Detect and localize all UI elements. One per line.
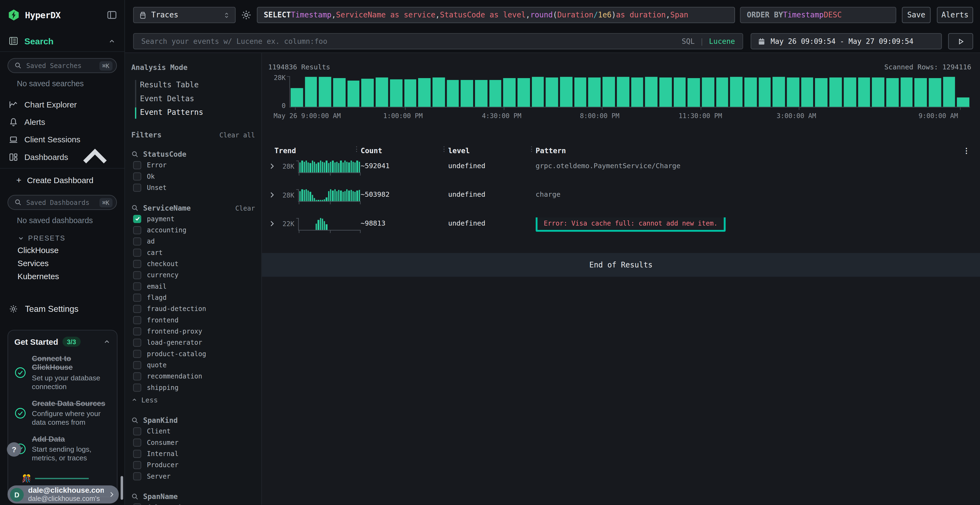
checkbox[interactable] xyxy=(133,449,141,458)
filter-option-shipping[interactable]: shipping xyxy=(131,382,255,393)
sidebar-scrollbar-thumb[interactable] xyxy=(121,476,123,500)
sidebar-collapse-icon[interactable] xyxy=(107,10,117,20)
histogram-bar[interactable] xyxy=(787,78,799,107)
checkbox[interactable] xyxy=(133,172,141,180)
saved-searches-input[interactable]: Saved Searches ⌘K xyxy=(8,58,117,73)
checkbox[interactable] xyxy=(133,271,141,279)
filter-option-client[interactable]: Client xyxy=(131,426,255,437)
checkbox-checked[interactable] xyxy=(133,215,141,223)
checkbox[interactable] xyxy=(133,327,141,335)
histogram-bar[interactable] xyxy=(645,76,657,106)
table-menu-icon[interactable]: ⋮ xyxy=(958,146,970,155)
filter-option-error[interactable]: Error xyxy=(131,159,255,170)
expand-row-chevron-icon[interactable] xyxy=(268,191,276,199)
sidebar-item-dashboards[interactable]: Dashboards xyxy=(0,148,124,165)
expand-row-chevron-icon[interactable] xyxy=(268,162,276,170)
histogram-bar[interactable] xyxy=(929,78,941,107)
filter-option-ad[interactable]: ad xyxy=(131,236,255,247)
preset-item-kubernetes[interactable]: Kubernetes xyxy=(0,270,124,283)
histogram-bar[interactable] xyxy=(702,78,714,107)
filter-option-checkout[interactable]: checkout xyxy=(131,258,255,269)
histogram-bar[interactable] xyxy=(603,77,615,107)
checkbox[interactable] xyxy=(133,161,141,169)
histogram-bar[interactable] xyxy=(560,77,572,107)
show-less-toggle[interactable]: Less xyxy=(131,394,255,405)
column-header-level[interactable]: ⋮level xyxy=(448,146,535,155)
column-header-trend[interactable]: Trend xyxy=(268,146,361,155)
column-header-pattern[interactable]: ⋮Pattern xyxy=(536,146,958,155)
filter-option-recommendation[interactable]: recommendation xyxy=(131,370,255,381)
lang-lucene-option[interactable]: Lucene xyxy=(709,37,735,45)
histogram-bar[interactable] xyxy=(390,79,402,106)
checkbox[interactable] xyxy=(133,427,141,435)
histogram-bar[interactable] xyxy=(475,80,487,107)
language-toggle[interactable]: SQL | Lucene xyxy=(682,37,735,45)
histogram-bar[interactable] xyxy=(858,78,870,107)
preset-item-clickhouse[interactable]: ClickHouse xyxy=(0,243,124,257)
histogram-bar[interactable] xyxy=(531,77,544,107)
column-header-count[interactable]: ⋮Count xyxy=(361,146,448,155)
filter-option-fraud-detection[interactable]: fraud-detection xyxy=(131,303,255,314)
filter-option-unset[interactable]: Unset xyxy=(131,182,255,193)
histogram-bar[interactable] xyxy=(319,77,331,107)
histogram-bar[interactable] xyxy=(333,78,345,107)
histogram-bar[interactable] xyxy=(730,77,742,107)
histogram-bar[interactable] xyxy=(915,78,927,107)
filter-option-producer[interactable]: Producer xyxy=(131,459,255,470)
analysis-mode-event-patterns[interactable]: Event Patterns xyxy=(140,106,255,119)
filter-option-flagd[interactable]: flagd xyxy=(131,292,255,303)
filter-option-product-catalog[interactable]: product-catalog xyxy=(131,348,255,359)
checkbox[interactable] xyxy=(133,305,141,313)
histogram-bar[interactable] xyxy=(829,78,842,107)
histogram-bar[interactable] xyxy=(773,77,785,107)
histogram-bar[interactable] xyxy=(886,78,898,107)
onboarding-item[interactable]: Connect to ClickHouseSet up your databas… xyxy=(14,354,111,392)
filter-option-consumer[interactable]: Consumer xyxy=(131,437,255,448)
table-row[interactable]: 28K~503982undefinedcharge xyxy=(268,185,970,214)
filter-option-load-generator[interactable]: load-generator xyxy=(131,337,255,348)
highlighted-error-pattern[interactable]: Error: Visa cache full: cannot add new i… xyxy=(536,218,726,232)
histogram-bar[interactable] xyxy=(432,78,445,107)
histogram-bar[interactable] xyxy=(489,80,501,107)
histogram-bar[interactable] xyxy=(418,78,430,107)
histogram-bar[interactable] xyxy=(375,78,388,107)
chevron-up-icon[interactable] xyxy=(103,338,111,346)
filter-option-quote[interactable]: quote xyxy=(131,359,255,370)
filter-option-email[interactable]: email xyxy=(131,281,255,292)
histogram-bar[interactable] xyxy=(546,78,558,107)
alerts-button[interactable]: Alerts xyxy=(937,7,973,23)
histogram-bar[interactable] xyxy=(759,78,771,107)
saved-dashboards-input[interactable]: Saved Dashboards ⌘K xyxy=(8,195,117,210)
histogram-bar[interactable] xyxy=(957,98,969,107)
sql-select-editor[interactable]: SELECT Timestamp, ServiceName as service… xyxy=(257,7,735,23)
source-settings-gear-icon[interactable] xyxy=(241,9,252,21)
histogram-bar[interactable] xyxy=(461,80,473,107)
filter-option-frontend[interactable]: frontend xyxy=(131,314,255,326)
column-separator-icon[interactable]: ⋮ xyxy=(441,145,447,153)
source-selector[interactable]: Traces xyxy=(133,7,236,23)
histogram-bar[interactable] xyxy=(815,78,827,107)
presets-toggle[interactable]: PRESETS xyxy=(0,232,124,243)
histogram-bar[interactable] xyxy=(574,78,586,107)
histogram-bar[interactable] xyxy=(716,78,728,107)
histogram-bar[interactable] xyxy=(872,78,884,107)
histogram-bar[interactable] xyxy=(588,78,601,107)
onboarding-item[interactable]: Add DataStart sending logs, metrics, or … xyxy=(14,435,111,463)
checkbox[interactable] xyxy=(133,461,141,469)
checkbox[interactable] xyxy=(133,248,141,257)
filter-option-server[interactable]: Server xyxy=(131,470,255,481)
sidebar-item-search[interactable]: Search xyxy=(0,31,124,52)
checkbox[interactable] xyxy=(133,316,141,324)
filter-option-internal[interactable]: Internal xyxy=(131,448,255,459)
checkbox[interactable] xyxy=(133,237,141,245)
histogram-bar[interactable] xyxy=(447,80,459,107)
filter-option-payment[interactable]: payment xyxy=(131,213,255,224)
search-input[interactable]: Search your events w/ Lucene ex. column:… xyxy=(133,33,743,49)
analysis-mode-event-deltas[interactable]: Event Deltas xyxy=(140,92,255,106)
sidebar-item-team-settings[interactable]: Team Settings xyxy=(0,299,124,318)
histogram-bar[interactable] xyxy=(347,81,360,107)
help-button[interactable]: ? xyxy=(7,442,21,457)
save-button[interactable]: Save xyxy=(902,7,931,23)
histogram-bar[interactable] xyxy=(687,78,700,107)
checkbox[interactable] xyxy=(133,183,141,192)
